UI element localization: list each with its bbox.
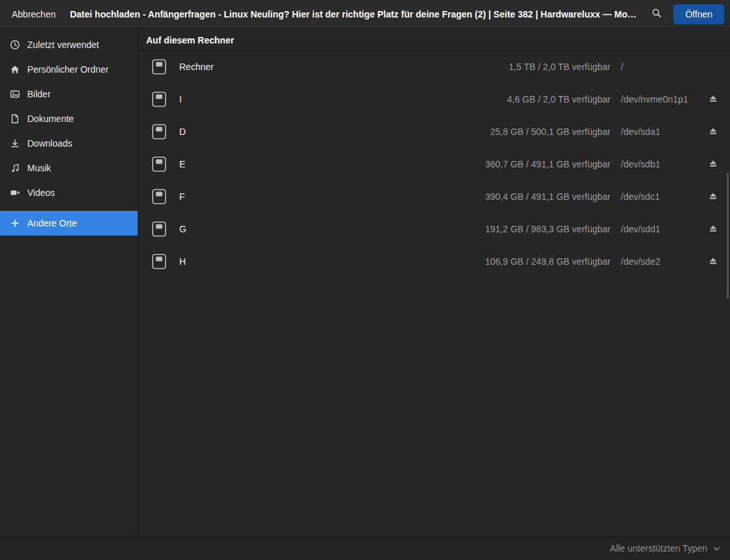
eject-button[interactable] [700,186,726,208]
file-chooser-dialog: Abbrechen Datei hochladen - Anfängerfrag… [0,0,730,560]
eject-icon [709,256,718,267]
sidebar-item-zuletzt-verwendet[interactable]: Zuletzt verwendet [0,32,138,57]
drive-name: E [179,159,485,169]
scrollbar[interactable] [727,173,729,298]
sidebar-item-videos[interactable]: Videos [0,180,138,205]
drive-device-path: /dev/sdd1 [621,224,700,234]
drive-free-space: 4,6 GB / 2,0 TB verfügbar [507,94,610,104]
headerbar: Abbrechen Datei hochladen - Anfängerfrag… [0,0,730,29]
drive-free-space: 360,7 GB / 491,1 GB verfügbar [485,159,610,169]
drive-icon [151,221,168,237]
clock-icon [10,40,20,50]
eject-button[interactable] [700,121,726,143]
eject-button[interactable] [700,250,726,273]
drive-list: Rechner1,5 TB / 2,0 TB verfügbar/I4,6 GB… [138,51,730,536]
cancel-button[interactable]: Abbrechen [5,5,62,24]
eject-button[interactable] [700,153,726,175]
sidebar-item-label: Zuletzt verwendet [27,40,99,50]
music-icon [10,163,20,173]
drive-device-path: /dev/sde2 [621,256,700,267]
eject-icon [709,94,718,105]
sidebar-item-musik[interactable]: Musik [0,156,138,180]
footer-bar: Alle unterstützten Typen [0,536,730,560]
drive-name: F [179,191,485,202]
eject-button[interactable] [700,88,726,110]
drive-free-space: 25,8 GB / 500,1 GB verfügbar [490,127,610,137]
sidebar-item-pers-nlicher-ordner[interactable]: Persönlicher Ordner [0,57,138,82]
drive-row-i[interactable]: I4,6 GB / 2,0 TB verfügbar/dev/nvme0n1p1 [138,83,730,116]
drive-row-e[interactable]: E360,7 GB / 491,1 GB verfügbar/dev/sdb1 [138,148,730,180]
eject-icon [709,224,718,235]
home-icon [10,64,20,75]
drive-icon [151,254,168,269]
drive-name: H [179,256,485,267]
drive-row-rechner[interactable]: Rechner1,5 TB / 2,0 TB verfügbar/ [138,51,730,83]
drive-free-space: 390,4 GB / 491,1 GB verfügbar [485,191,610,202]
sidebar-item-label: Bilder [27,89,51,99]
drive-device-path: /dev/nvme0n1p1 [621,94,700,104]
eject-button[interactable] [700,218,726,240]
document-icon [10,114,20,124]
sidebar-item-label: Videos [27,188,55,198]
places-sidebar: Zuletzt verwendetPersönlicher OrdnerBild… [0,29,138,536]
drive-name: Rechner [179,62,509,72]
drive-name: G [179,224,485,234]
sidebar-item-label: Andere Orte [27,218,77,228]
drive-icon [151,189,168,204]
file-type-filter-dropdown[interactable]: Alle unterstützten Typen [609,541,722,556]
video-icon [10,188,20,198]
drive-icon [151,124,168,140]
drive-free-space: 1,5 TB / 2,0 TB verfügbar [509,62,610,72]
eject-icon [709,191,718,202]
drive-device-path: /dev/sdc1 [621,191,700,202]
drive-icon [151,156,168,172]
window-title: Datei hochladen - Anfängerfragen - Linux… [68,9,641,19]
plus-icon [10,218,20,228]
file-type-filter-label: Alle unterstützten Typen [610,543,707,554]
drive-free-space: 106,9 GB / 249,8 GB verfügbar [485,256,610,267]
section-title: Auf diesem Rechner [138,29,730,51]
sidebar-item-downloads[interactable]: Downloads [0,131,138,156]
search-icon [651,8,662,20]
eject-icon [709,127,718,138]
sidebar-item-bilder[interactable]: Bilder [0,82,138,106]
dialog-content: Zuletzt verwendetPersönlicher OrdnerBild… [0,29,730,536]
image-icon [10,89,20,99]
drive-device-path: /dev/sdb1 [621,159,700,169]
download-icon [10,138,20,149]
sidebar-item-dokumente[interactable]: Dokumente [0,106,138,131]
drive-free-space: 191,2 GB / 983,3 GB verfügbar [485,224,610,234]
open-button[interactable]: Öffnen [673,4,725,25]
chevron-down-icon [712,544,721,553]
drive-icon [151,59,168,75]
drive-panel: Auf diesem Rechner Rechner1,5 TB / 2,0 T… [138,29,730,536]
drive-row-d[interactable]: D25,8 GB / 500,1 GB verfügbar/dev/sda1 [138,116,730,148]
sidebar-item-label: Dokumente [27,114,74,124]
drive-device-path: /dev/sda1 [621,127,700,137]
search-button[interactable] [646,3,668,25]
sidebar-item-label: Persönlicher Ordner [27,64,108,75]
drive-icon [151,91,168,107]
sidebar-item-andere-orte[interactable]: Andere Orte [0,211,138,236]
drive-row-g[interactable]: G191,2 GB / 983,3 GB verfügbar/dev/sdd1 [138,213,730,245]
drive-device-path: / [621,62,700,72]
sidebar-item-label: Musik [27,163,51,173]
drive-row-f[interactable]: F390,4 GB / 491,1 GB verfügbar/dev/sdc1 [138,180,730,213]
sidebar-item-label: Downloads [27,138,72,149]
drive-name: I [179,94,507,104]
drive-row-h[interactable]: H106,9 GB / 249,8 GB verfügbar/dev/sde2 [138,245,730,278]
eject-icon [709,159,718,170]
drive-name: D [179,127,490,137]
